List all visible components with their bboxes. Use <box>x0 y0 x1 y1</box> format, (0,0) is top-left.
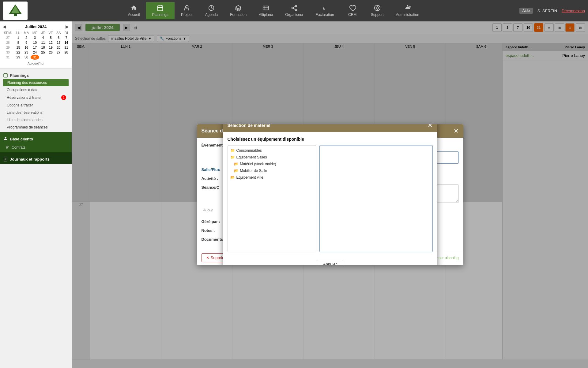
mini-cal-next[interactable]: ▶ <box>66 24 69 29</box>
sidebar-item-liste-commandes[interactable]: Liste des commandes <box>3 116 69 124</box>
folder-icon-equipement-ville: 📂 <box>230 175 235 179</box>
nav-administration[interactable]: Administration <box>390 2 425 19</box>
day-5[interactable]: 5 <box>47 35 55 40</box>
day-7[interactable]: 7 <box>62 35 70 40</box>
week-28: 28 <box>2 40 14 45</box>
folder-icon-mobilier: 📂 <box>234 168 239 173</box>
day-13[interactable]: 13 <box>55 40 63 45</box>
day-27[interactable]: 27 <box>55 50 63 55</box>
day-empty4 <box>62 55 70 60</box>
topbar-right: Aide S. SEREIN Déconnexion <box>519 8 585 14</box>
modal-sel-close[interactable]: ✕ <box>428 124 433 129</box>
day-19[interactable]: 19 <box>47 45 55 50</box>
modal-selection-materiel: Sélection de matériel ✕ Choisissez un éq… <box>223 124 437 265</box>
svg-line-15 <box>293 8 295 9</box>
sidebar-item-contrats[interactable]: Contrats <box>3 144 69 151</box>
sidebar-plannings-section: Plannings Planning des ressources Occupa… <box>0 69 72 132</box>
nav-formation[interactable]: Formation <box>224 2 253 19</box>
nav-plannings[interactable]: Plannings <box>146 2 175 19</box>
svg-rect-24 <box>4 74 7 77</box>
svg-point-11 <box>295 5 297 7</box>
nav-crm[interactable]: CRM <box>340 2 365 19</box>
day-22[interactable]: 22 <box>14 50 22 55</box>
svg-point-23 <box>408 6 410 8</box>
day-empty2 <box>47 55 55 60</box>
nav-projets[interactable]: Projets <box>175 2 199 19</box>
day-9[interactable]: 9 <box>22 40 31 45</box>
day-17[interactable]: 17 <box>31 45 39 50</box>
day-26[interactable]: 26 <box>47 50 55 55</box>
day-28[interactable]: 28 <box>62 50 70 55</box>
logout-link[interactable]: Déconnexion <box>562 9 585 13</box>
svg-text:€: € <box>322 6 325 11</box>
nav-accueil[interactable]: Accueil <box>122 2 146 19</box>
day-31[interactable]: 31 <box>31 55 39 60</box>
col-ma: MA <box>22 30 31 35</box>
week-30: 30 <box>2 50 14 55</box>
today-button[interactable]: Aujourd'hui <box>28 61 44 65</box>
nav-support[interactable]: Support <box>365 2 390 19</box>
svg-point-12 <box>292 7 294 9</box>
sidebar-contrats-section: Contrats <box>0 144 72 152</box>
mini-cal-prev[interactable]: ◀ <box>3 24 6 29</box>
day-2[interactable]: 2 <box>22 35 31 40</box>
day-8[interactable]: 8 <box>14 40 22 45</box>
modal-sel-footer: Annuler <box>223 257 437 265</box>
tree-equipement-salles[interactable]: 📁 Equipement Salles <box>228 154 316 160</box>
svg-rect-10 <box>263 6 269 10</box>
day-3[interactable]: 3 <box>31 35 39 40</box>
day-11[interactable]: 11 <box>39 40 47 45</box>
sidebar: ◀ Juillet 2024 ▶ SEM. LU MA ME JE VE SA … <box>0 21 72 368</box>
modal-sel-content: 📁 Consommables 📁 Equipement Salles 📂 Ma <box>228 145 433 252</box>
day-21[interactable]: 21 <box>62 45 70 50</box>
day-23[interactable]: 23 <box>22 50 31 55</box>
sidebar-journaux-title: Journaux et rapports <box>3 155 69 163</box>
sidebar-item-planning-ressources[interactable]: Planning des ressources <box>3 79 69 86</box>
tree-mobilier-salle[interactable]: 📂 Mobilier de Salle <box>228 167 316 174</box>
nav-organiseur[interactable]: Organiseur <box>279 2 309 19</box>
svg-rect-3 <box>158 6 163 11</box>
day-30[interactable]: 30 <box>22 55 31 60</box>
main-layout: ◀ Juillet 2024 ▶ SEM. LU MA ME JE VE SA … <box>0 21 588 368</box>
day-4[interactable]: 4 <box>39 35 47 40</box>
day-10[interactable]: 10 <box>31 40 39 45</box>
mini-cal-header: ◀ Juillet 2024 ▶ <box>2 23 70 30</box>
sidebar-item-occupations[interactable]: Occupations à date <box>3 86 69 94</box>
nav-agenda[interactable]: Agenda <box>199 2 224 19</box>
day-18[interactable]: 18 <box>39 45 47 50</box>
day-29[interactable]: 29 <box>14 55 22 60</box>
day-15[interactable]: 15 <box>14 45 22 50</box>
equipment-tree: 📁 Consommables 📁 Equipement Salles 📂 Ma <box>228 145 316 252</box>
modal-sel-body: Choisissez un équipement disponible 📁 Co… <box>223 132 437 257</box>
day-24[interactable]: 24 <box>31 50 39 55</box>
day-1[interactable]: 1 <box>14 35 22 40</box>
selected-equipment-list <box>319 145 433 252</box>
user-name: S. SEREIN <box>537 9 557 13</box>
logo[interactable] <box>3 2 28 20</box>
sidebar-item-programmes[interactable]: Programmes de séances <box>3 124 69 131</box>
day-6[interactable]: 6 <box>55 35 63 40</box>
day-12[interactable]: 12 <box>47 40 55 45</box>
col-ve: VE <box>47 30 55 35</box>
sidebar-plannings-title: Plannings <box>3 71 69 79</box>
col-sa: SA <box>55 30 63 35</box>
nav-facturation[interactable]: € Facturation <box>310 2 340 19</box>
modal-sel-title: Sélection de matériel <box>228 124 270 128</box>
sidebar-item-options[interactable]: Options à traiter <box>3 102 69 109</box>
modal-seance-close[interactable]: ✕ <box>454 127 459 135</box>
folder-icon-consommables: 📁 <box>230 148 235 152</box>
annuler-button[interactable]: Annuler <box>317 260 343 265</box>
tree-equipement-ville[interactable]: 📂 Equipement ville <box>228 174 316 180</box>
help-button[interactable]: Aide <box>519 8 533 14</box>
svg-point-18 <box>376 7 378 9</box>
day-25[interactable]: 25 <box>39 50 47 55</box>
tree-consommables[interactable]: 📁 Consommables <box>228 147 316 154</box>
sidebar-item-liste-reservations[interactable]: Liste des réservations <box>3 109 69 116</box>
sidebar-item-reservations-traiter[interactable]: Réservations à traiter 1 <box>3 94 69 102</box>
day-20[interactable]: 20 <box>55 45 63 50</box>
tree-materiel-stock[interactable]: 📂 Matériel (stock mairie) <box>228 160 316 167</box>
day-empty1 <box>39 55 47 60</box>
nav-altiplano[interactable]: Altiplano <box>253 2 279 19</box>
day-16[interactable]: 16 <box>22 45 31 50</box>
day-14[interactable]: 14 <box>62 40 70 45</box>
